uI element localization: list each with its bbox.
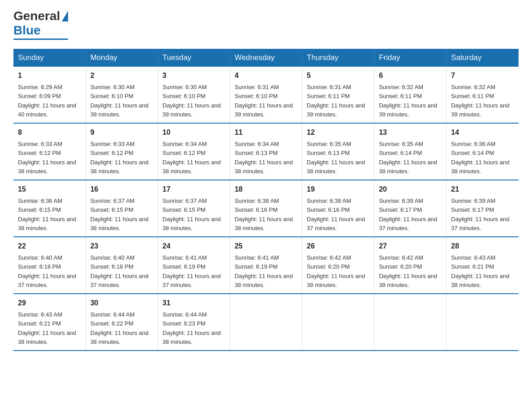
day-info: Sunrise: 6:39 AMSunset: 6:17 PMDaylight:… [451,197,509,231]
day-info: Sunrise: 6:37 AMSunset: 6:15 PMDaylight:… [90,197,149,231]
calendar-cell: 22Sunrise: 6:40 AMSunset: 6:18 PMDayligh… [13,237,86,294]
day-number: 2 [90,70,153,81]
logo: General Blue [13,9,68,40]
day-number: 28 [451,241,514,252]
day-info: Sunrise: 6:34 AMSunset: 6:13 PMDaylight:… [235,141,293,175]
day-info: Sunrise: 6:29 AMSunset: 6:09 PMDaylight:… [18,84,76,118]
day-info: Sunrise: 6:30 AMSunset: 6:10 PMDaylight:… [90,84,149,118]
day-number: 23 [90,241,153,252]
day-info: Sunrise: 6:31 AMSunset: 6:11 PMDaylight:… [307,84,365,118]
day-info: Sunrise: 6:44 AMSunset: 6:23 PMDaylight:… [163,311,221,345]
day-info: Sunrise: 6:41 AMSunset: 6:19 PMDaylight:… [163,254,221,288]
calendar-cell: 8Sunrise: 6:33 AMSunset: 6:12 PMDaylight… [13,123,86,180]
day-number: 27 [379,241,442,252]
calendar-cell: 29Sunrise: 6:43 AMSunset: 6:21 PMDayligh… [13,294,86,351]
day-number: 21 [451,184,514,195]
day-number: 19 [307,184,369,195]
header-thursday: Thursday [302,49,374,67]
day-info: Sunrise: 6:42 AMSunset: 6:20 PMDaylight:… [307,254,365,288]
header-sunday: Sunday [13,49,86,67]
day-info: Sunrise: 6:35 AMSunset: 6:13 PMDaylight:… [307,141,365,175]
calendar-cell [302,294,374,351]
header-saturday: Saturday [446,49,519,67]
calendar-cell: 23Sunrise: 6:40 AMSunset: 6:18 PMDayligh… [86,237,158,294]
day-number: 7 [451,70,514,81]
logo-general-text: General [13,9,60,23]
calendar-cell: 4Sunrise: 6:31 AMSunset: 6:10 PMDaylight… [230,67,302,123]
day-info: Sunrise: 6:36 AMSunset: 6:14 PMDaylight:… [451,141,509,175]
day-info: Sunrise: 6:31 AMSunset: 6:10 PMDaylight:… [235,84,293,118]
day-number: 3 [163,70,225,81]
calendar-cell: 31Sunrise: 6:44 AMSunset: 6:23 PMDayligh… [158,294,230,351]
calendar-cell: 26Sunrise: 6:42 AMSunset: 6:20 PMDayligh… [302,237,374,294]
day-number: 17 [163,184,225,195]
header-tuesday: Tuesday [158,49,230,67]
calendar-cell: 17Sunrise: 6:37 AMSunset: 6:15 PMDayligh… [158,180,230,237]
calendar-cell [230,294,302,351]
day-number: 13 [379,127,442,138]
calendar-cell: 14Sunrise: 6:36 AMSunset: 6:14 PMDayligh… [446,123,519,180]
calendar-table: SundayMondayTuesdayWednesdayThursdayFrid… [13,49,519,351]
calendar-cell: 20Sunrise: 6:39 AMSunset: 6:17 PMDayligh… [374,180,446,237]
calendar-cell: 13Sunrise: 6:35 AMSunset: 6:14 PMDayligh… [374,123,446,180]
day-number: 25 [235,241,297,252]
calendar-cell: 10Sunrise: 6:34 AMSunset: 6:12 PMDayligh… [158,123,230,180]
calendar-cell [374,294,446,351]
day-number: 8 [18,127,81,138]
day-info: Sunrise: 6:30 AMSunset: 6:10 PMDaylight:… [163,84,221,118]
day-number: 12 [307,127,369,138]
day-info: Sunrise: 6:33 AMSunset: 6:12 PMDaylight:… [18,141,76,175]
logo-underline [13,39,68,40]
calendar-cell: 6Sunrise: 6:32 AMSunset: 6:11 PMDaylight… [374,67,446,123]
calendar-cell: 30Sunrise: 6:44 AMSunset: 6:22 PMDayligh… [86,294,158,351]
calendar-cell: 11Sunrise: 6:34 AMSunset: 6:13 PMDayligh… [230,123,302,180]
calendar-cell: 9Sunrise: 6:33 AMSunset: 6:12 PMDaylight… [86,123,158,180]
day-number: 22 [18,241,81,252]
day-info: Sunrise: 6:32 AMSunset: 6:11 PMDaylight:… [379,84,437,118]
calendar-cell: 18Sunrise: 6:38 AMSunset: 6:16 PMDayligh… [230,180,302,237]
calendar-cell: 25Sunrise: 6:41 AMSunset: 6:19 PMDayligh… [230,237,302,294]
day-number: 29 [18,298,81,308]
day-number: 15 [18,184,81,195]
day-info: Sunrise: 6:40 AMSunset: 6:18 PMDaylight:… [90,254,149,288]
day-info: Sunrise: 6:41 AMSunset: 6:19 PMDaylight:… [235,254,293,288]
calendar-cell: 2Sunrise: 6:30 AMSunset: 6:10 PMDaylight… [86,67,158,123]
header-monday: Monday [86,49,158,67]
calendar-cell: 19Sunrise: 6:38 AMSunset: 6:16 PMDayligh… [302,180,374,237]
calendar-week-row: 1Sunrise: 6:29 AMSunset: 6:09 PMDaylight… [13,67,519,123]
day-number: 11 [235,127,297,138]
calendar-week-row: 22Sunrise: 6:40 AMSunset: 6:18 PMDayligh… [13,237,519,294]
day-info: Sunrise: 6:33 AMSunset: 6:12 PMDaylight:… [90,141,149,175]
calendar-week-row: 29Sunrise: 6:43 AMSunset: 6:21 PMDayligh… [13,294,519,351]
calendar-cell: 28Sunrise: 6:43 AMSunset: 6:21 PMDayligh… [446,237,519,294]
day-number: 14 [451,127,514,138]
day-info: Sunrise: 6:32 AMSunset: 6:11 PMDaylight:… [451,84,509,118]
calendar-cell: 27Sunrise: 6:42 AMSunset: 6:20 PMDayligh… [374,237,446,294]
day-number: 20 [379,184,442,195]
day-number: 10 [163,127,225,138]
day-number: 16 [90,184,153,195]
header-wednesday: Wednesday [230,49,302,67]
calendar-header-row: SundayMondayTuesdayWednesdayThursdayFrid… [13,49,519,67]
day-info: Sunrise: 6:38 AMSunset: 6:16 PMDaylight:… [307,197,365,231]
day-number: 9 [90,127,153,138]
day-info: Sunrise: 6:35 AMSunset: 6:14 PMDaylight:… [379,141,437,175]
day-info: Sunrise: 6:43 AMSunset: 6:21 PMDaylight:… [18,311,76,345]
day-number: 1 [18,70,81,81]
day-info: Sunrise: 6:37 AMSunset: 6:15 PMDaylight:… [163,197,221,231]
day-info: Sunrise: 6:39 AMSunset: 6:17 PMDaylight:… [379,197,437,231]
day-number: 31 [163,298,225,308]
day-info: Sunrise: 6:40 AMSunset: 6:18 PMDaylight:… [18,254,76,288]
calendar-cell: 15Sunrise: 6:36 AMSunset: 6:15 PMDayligh… [13,180,86,237]
day-number: 18 [235,184,297,195]
day-info: Sunrise: 6:44 AMSunset: 6:22 PMDaylight:… [90,311,149,345]
calendar-cell: 7Sunrise: 6:32 AMSunset: 6:11 PMDaylight… [446,67,519,123]
day-info: Sunrise: 6:34 AMSunset: 6:12 PMDaylight:… [163,141,221,175]
page-header: General Blue [13,9,519,40]
logo-triangle-icon [62,11,68,21]
calendar-cell: 12Sunrise: 6:35 AMSunset: 6:13 PMDayligh… [302,123,374,180]
day-info: Sunrise: 6:36 AMSunset: 6:15 PMDaylight:… [18,197,76,231]
day-number: 30 [90,298,153,308]
day-info: Sunrise: 6:43 AMSunset: 6:21 PMDaylight:… [451,254,509,288]
calendar-cell: 1Sunrise: 6:29 AMSunset: 6:09 PMDaylight… [13,67,86,123]
